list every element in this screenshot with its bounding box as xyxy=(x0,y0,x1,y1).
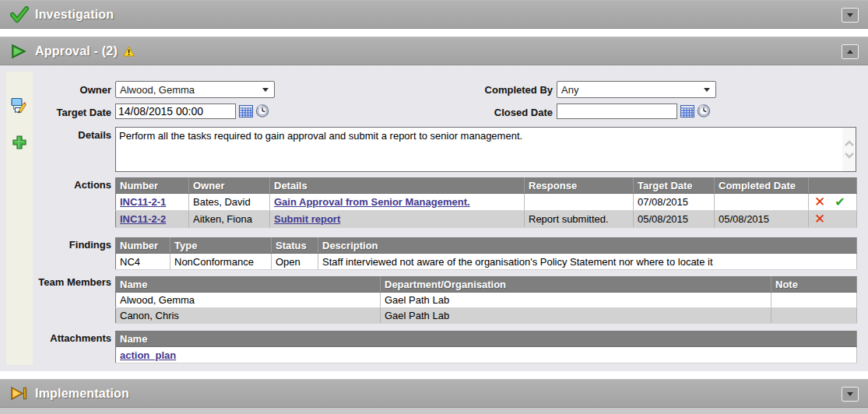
actions-table: Number Owner Details Response Target Dat… xyxy=(115,177,857,228)
details-scrollbar[interactable] xyxy=(842,128,856,171)
member-department: Gael Path Lab xyxy=(381,293,771,308)
col-status: Status xyxy=(272,238,318,254)
owner-label: Owner xyxy=(37,84,111,96)
col-name: Name xyxy=(116,277,381,293)
action-response xyxy=(525,194,634,211)
target-date-input[interactable] xyxy=(115,104,236,119)
member-note xyxy=(771,293,857,308)
collapse-approval-button[interactable] xyxy=(842,44,859,59)
attachments-header-row: Name xyxy=(116,332,857,347)
section-implementation-header[interactable]: Implementation xyxy=(0,379,868,408)
table-row: Alwood, Gemma Gael Path Lab xyxy=(116,293,857,308)
action-completed-date: 05/08/2015 xyxy=(715,211,809,228)
expand-investigation-button[interactable] xyxy=(842,8,859,23)
owner-select-value: Alwood, Gemma xyxy=(120,84,195,96)
add-icon[interactable] xyxy=(10,134,29,151)
findings-header-row: Number Type Status Description xyxy=(116,238,857,254)
action-owner: Aitken, Fiona xyxy=(189,211,270,228)
team-members-table: Name Department/Organisation Note Alwood… xyxy=(115,276,857,324)
closed-date-label: Closed Date xyxy=(436,107,553,118)
team-members-label: Team Members xyxy=(37,276,111,288)
clock-icon[interactable] xyxy=(697,104,711,118)
action-details-link[interactable]: Gain Approval from Senior Management. xyxy=(274,196,470,208)
expand-implementation-button[interactable] xyxy=(842,387,859,402)
action-target-date: 05/08/2015 xyxy=(634,211,715,228)
col-target-date: Target Date xyxy=(634,178,715,194)
team-header-row: Name Department/Organisation Note xyxy=(116,277,857,293)
attachments-label: Attachments xyxy=(37,332,111,344)
col-number: Number xyxy=(116,238,170,254)
details-label: Details xyxy=(37,129,111,141)
attachments-table: Name action_plan xyxy=(115,331,857,363)
action-response: Report submitted. xyxy=(525,211,634,228)
table-row: NC4 NonConformance Open Staff interviewe… xyxy=(116,254,857,270)
chevron-down-icon xyxy=(704,88,710,92)
closed-date-input[interactable] xyxy=(557,104,677,119)
completed-check-icon xyxy=(10,6,29,23)
bottom-strip xyxy=(0,408,868,414)
pending-step-icon xyxy=(10,385,29,402)
finding-status: Open xyxy=(272,254,318,270)
action-number-link[interactable]: INC11-2-2 xyxy=(120,213,166,225)
finding-description: Staff interviewed not aware of the organ… xyxy=(318,254,857,270)
owner-select[interactable]: Alwood, Gemma xyxy=(115,81,275,98)
section-title-approval: Approval - (2) xyxy=(35,44,118,58)
finding-type: NonConformance xyxy=(170,254,272,270)
delete-icon[interactable]: ✕ xyxy=(814,212,825,226)
member-name: Canon, Chris xyxy=(116,308,381,324)
calendar-icon[interactable] xyxy=(680,104,694,118)
section-approval-header[interactable]: Approval - (2) xyxy=(0,37,868,65)
action-owner: Bates, David xyxy=(189,194,270,211)
table-row: Canon, Chris Gael Path Lab xyxy=(116,308,857,324)
section-title-implementation: Implementation xyxy=(35,387,129,401)
section-investigation-header[interactable]: Investigation xyxy=(0,0,868,29)
col-completed-date: Completed Date xyxy=(715,178,809,194)
scroll-down-icon[interactable] xyxy=(844,153,855,159)
edit-icon[interactable] xyxy=(10,96,29,114)
col-note: Note xyxy=(771,277,857,293)
col-number: Number xyxy=(116,178,189,194)
member-note xyxy=(771,308,857,324)
action-details-link[interactable]: Submit report xyxy=(274,213,340,225)
calendar-icon[interactable] xyxy=(239,104,253,118)
in-progress-play-icon xyxy=(10,43,29,60)
col-row-actions xyxy=(809,178,857,194)
actions-label: Actions xyxy=(37,179,111,191)
complete-icon[interactable]: ✔ xyxy=(835,196,845,209)
finding-number: NC4 xyxy=(116,254,170,270)
col-owner: Owner xyxy=(189,178,270,194)
completed-by-label: Completed By xyxy=(436,84,553,96)
member-name: Alwood, Gemma xyxy=(116,293,381,308)
warning-icon xyxy=(123,46,135,57)
delete-icon[interactable]: ✕ xyxy=(814,195,825,209)
table-row: INC11-2-1 Bates, David Gain Approval fro… xyxy=(116,194,857,211)
panel-toolbar xyxy=(6,72,33,365)
chevron-down-icon xyxy=(262,88,269,92)
col-name: Name xyxy=(116,332,857,347)
col-type: Type xyxy=(170,238,272,254)
action-target-date: 07/08/2015 xyxy=(634,194,715,211)
attachment-link[interactable]: action_plan xyxy=(120,349,176,361)
findings-label: Findings xyxy=(37,239,111,251)
col-response: Response xyxy=(525,178,634,194)
col-department: Department/Organisation xyxy=(381,277,771,293)
chevron-down-icon xyxy=(847,392,853,396)
approval-panel: Owner Alwood, Gemma Completed By Any Tar… xyxy=(0,65,868,371)
completed-by-select-value: Any xyxy=(561,84,578,96)
action-number-link[interactable]: INC11-2-1 xyxy=(120,196,166,208)
col-details: Details xyxy=(270,178,525,194)
findings-table: Number Type Status Description NC4 NonCo… xyxy=(115,237,857,270)
completed-by-select[interactable]: Any xyxy=(557,81,716,98)
table-row: INC11-2-2 Aitken, Fiona Submit report Re… xyxy=(116,211,857,228)
details-textarea[interactable]: Perform all the tasks required to gain a… xyxy=(115,127,856,172)
member-department: Gael Path Lab xyxy=(381,308,771,324)
details-text: Perform all the tasks required to gain a… xyxy=(116,128,842,171)
actions-header-row: Number Owner Details Response Target Dat… xyxy=(116,178,857,194)
col-description: Description xyxy=(318,238,857,254)
chevron-down-icon xyxy=(847,13,853,17)
chevron-up-icon xyxy=(847,50,853,54)
target-date-label: Target Date xyxy=(37,107,111,118)
clock-icon[interactable] xyxy=(255,104,269,118)
scroll-up-icon[interactable] xyxy=(844,140,855,146)
action-completed-date xyxy=(715,194,809,211)
